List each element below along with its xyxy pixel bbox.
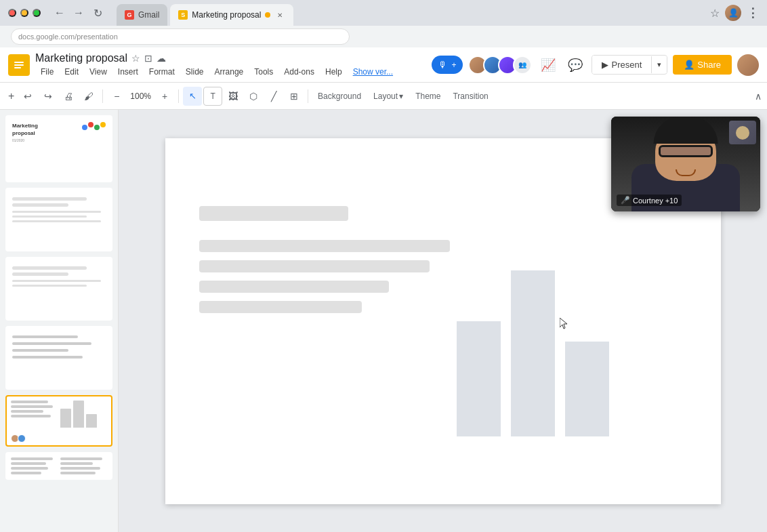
slides-favicon: S	[178, 10, 188, 20]
browser-menu-btn[interactable]: ⋮	[747, 5, 759, 20]
browser-user-avatar: 👤	[725, 5, 741, 21]
video-overlay: 🎤 Courtney +10	[611, 117, 760, 211]
tab-slides[interactable]: S Marketing proposal ✕	[170, 4, 293, 26]
slide-thumb-1[interactable]: 1 Marketingproposal 01/2020	[5, 115, 112, 182]
comment-tool-btn[interactable]: ⊞	[285, 87, 304, 106]
slide-6-col-2	[60, 457, 107, 474]
present-btn[interactable]: ▶ Present	[592, 56, 651, 74]
slide-thumb-4[interactable]: 4	[5, 326, 112, 390]
folder-icon[interactable]: ⊡	[144, 53, 152, 64]
comment-btn[interactable]: 💬	[564, 54, 586, 76]
slide-panel: 1 Marketingproposal 01/2020 2	[0, 110, 119, 532]
menu-addons[interactable]: Add-ons	[278, 66, 320, 78]
canvas-area[interactable]: 🎤 Courtney +10	[119, 110, 767, 532]
svg-rect-1	[14, 62, 24, 63]
video-pip[interactable]	[729, 121, 756, 144]
print-btn[interactable]: 🖨	[59, 87, 78, 106]
svg-rect-2	[14, 64, 24, 66]
cloud-icon[interactable]: ☁	[157, 53, 166, 64]
minimize-btn[interactable]	[20, 9, 28, 17]
close-btn[interactable]	[8, 9, 16, 17]
slide-5-avatars	[7, 432, 111, 445]
avatars-icon: 👥	[513, 56, 532, 75]
slide-thumb-6[interactable]: 6	[5, 452, 112, 480]
share-label: Share	[697, 60, 721, 70]
app-menu-bar: File Edit View Insert Format Slide Arran…	[35, 66, 426, 78]
collab-button[interactable]: 🎙 +	[432, 56, 463, 74]
slide-5-bar-3	[86, 414, 97, 428]
text-box-btn[interactable]: T	[203, 87, 222, 106]
cursor-pointer	[560, 318, 568, 330]
video-participant-label: Courtney +10	[633, 197, 678, 205]
toolbar-collapse-btn[interactable]: ∧	[755, 91, 762, 102]
present-dropdown-btn[interactable]: ▾	[651, 56, 667, 73]
menu-arrange[interactable]: Arrange	[209, 66, 249, 78]
shape-btn[interactable]: ⬡	[244, 87, 263, 106]
slide-5-bar-1	[60, 409, 71, 428]
menu-help[interactable]: Help	[320, 66, 348, 78]
zoom-in-btn[interactable]: +	[155, 87, 174, 106]
canvas-line-2	[199, 260, 430, 272]
slide-5-bar-2	[73, 401, 84, 428]
browser-chrome: ← → ↻ G Gmail S Marketing proposal ✕ ☆ 👤…	[0, 0, 767, 26]
forward-btn[interactable]: →	[70, 5, 87, 21]
menu-tools[interactable]: Tools	[249, 66, 278, 78]
mic-icon: 🎤	[621, 196, 630, 205]
video-label: 🎤 Courtney +10	[617, 195, 682, 206]
menu-file[interactable]: File	[35, 66, 59, 78]
slide-thumb-2[interactable]: 2	[5, 188, 112, 251]
layout-btn[interactable]: Layout ▾	[368, 89, 409, 104]
canvas-title-skel	[199, 206, 348, 221]
analytics-btn[interactable]: 📈	[537, 54, 559, 76]
menu-edit[interactable]: Edit	[59, 66, 84, 78]
maximize-btn[interactable]	[33, 9, 41, 17]
canvas-bar-2	[511, 270, 555, 436]
collab-icon: 🎙	[438, 60, 447, 70]
slide-thumb-3[interactable]: 3	[5, 257, 112, 321]
app-header: Marketing proposal ☆ ⊡ ☁ File Edit View …	[0, 47, 767, 83]
menu-view[interactable]: View	[84, 66, 112, 78]
app-title-area: Marketing proposal ☆ ⊡ ☁ File Edit View …	[35, 52, 426, 78]
tab-slides-label: Marketing proposal	[192, 10, 261, 20]
refresh-btn[interactable]: ↻	[89, 5, 106, 21]
slide-5-text	[11, 401, 58, 428]
transition-btn[interactable]: Transition	[447, 89, 493, 104]
menu-insert[interactable]: Insert	[112, 66, 144, 78]
line-btn[interactable]: ╱	[264, 87, 283, 106]
image-btn[interactable]: 🖼	[224, 87, 243, 106]
back-btn[interactable]: ←	[51, 5, 68, 21]
slide-6-content	[7, 453, 111, 478]
toolbar: + ↩ ↪ 🖨 🖌 − 100% + ↖ T 🖼 ⬡ ╱ ⊞ Backgroun…	[0, 83, 767, 110]
present-btn-group: ▶ Present ▾	[592, 55, 667, 75]
insert-btn[interactable]: +	[5, 87, 17, 106]
user-profile-avatar[interactable]	[737, 54, 759, 76]
tab-close-btn[interactable]: ✕	[274, 9, 285, 20]
slide-3-content	[7, 258, 111, 319]
tab-gmail[interactable]: G Gmail	[117, 4, 167, 26]
layout-dropdown-icon: ▾	[399, 91, 403, 101]
slide-thumb-5[interactable]: 5	[5, 395, 112, 447]
bookmark-btn[interactable]: ☆	[710, 7, 720, 20]
slide-6-col-1	[11, 457, 58, 474]
background-btn[interactable]: Background	[312, 89, 367, 104]
undo-btn[interactable]: ↩	[18, 87, 37, 106]
menu-format[interactable]: Format	[144, 66, 180, 78]
menu-show-more[interactable]: Show ver...	[348, 66, 398, 78]
redo-btn[interactable]: ↪	[39, 87, 58, 106]
present-label: Present	[611, 60, 642, 70]
menu-slide[interactable]: Slide	[180, 66, 209, 78]
select-tool-btn[interactable]: ↖	[183, 87, 202, 106]
video-main: 🎤 Courtney +10	[611, 117, 760, 211]
address-bar[interactable]: docs.google.com/presentation	[11, 28, 350, 45]
canvas-bar-1	[457, 321, 501, 436]
collab-label: +	[451, 60, 456, 70]
theme-btn[interactable]: Theme	[410, 89, 446, 104]
gmail-favicon: G	[125, 10, 134, 20]
toolbar-divider-3	[308, 89, 308, 103]
paint-format-btn[interactable]: 🖌	[79, 87, 98, 106]
share-btn[interactable]: 👤 Share	[673, 55, 732, 75]
app-logo	[8, 54, 30, 76]
zoom-out-btn[interactable]: −	[107, 87, 126, 106]
star-icon[interactable]: ☆	[131, 53, 140, 64]
slide-1-content: Marketingproposal 01/2020	[7, 117, 111, 181]
